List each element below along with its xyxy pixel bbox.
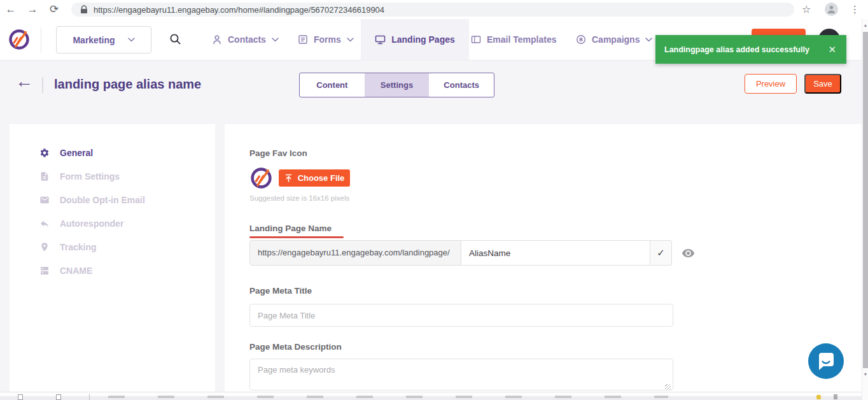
sidebar-item-double-opt-in-email[interactable]: Double Opt-in Email [39, 188, 215, 211]
clipped-yellow-icon [816, 395, 821, 399]
bookmark-star-icon[interactable]: ☆ [802, 3, 811, 15]
fav-icon-row: Choose File [249, 166, 350, 190]
clipped-checkbox [56, 394, 61, 400]
sidebar-item-label: Tracking [60, 242, 97, 252]
url-text: https://engagebayru11.engagebay.com/home… [94, 5, 384, 15]
sidebar-item-label: General [60, 148, 93, 158]
scroll-up-icon[interactable]: ▲ [862, 22, 868, 29]
screen: ← → ⟳ https://engagebayru11.engagebay.co… [0, 0, 868, 400]
clipped-dark-icon [834, 394, 837, 399]
sidebar-item-tracking[interactable]: Tracking [39, 235, 215, 259]
chevron-down-icon [347, 38, 354, 42]
settings-main-panel: Page Fav Icon Choose File Suggested size… [225, 124, 862, 392]
nav-item-label: Email Templates [487, 34, 556, 45]
location-pin-icon [39, 242, 50, 252]
landing-page-name-row: https://engagebayru11.engagebay.com/land… [249, 240, 695, 266]
sidebar-item-label: Double Opt-in Email [60, 195, 145, 205]
page-scrollbar[interactable]: ▲ ▼ [862, 19, 868, 400]
address-bar[interactable]: https://engagebayru11.engagebay.com/home… [71, 3, 794, 17]
page-title: landing page alias name [54, 77, 201, 92]
browser-reload-icon[interactable]: ⟳ [43, 0, 65, 19]
sidebar-item-general[interactable]: General [39, 141, 215, 164]
success-toast: Landingpage alias added successfully ✕ [655, 35, 846, 64]
browser-forward-icon[interactable]: → [22, 0, 43, 19]
settings-sidebar-list: General Form Settings Double Opt-in Emai… [10, 124, 215, 282]
clipped-checkbox [18, 394, 23, 400]
envelope-icon [39, 195, 50, 205]
meta-description-label: Page Meta Description [249, 342, 342, 352]
preview-button[interactable]: Preview [745, 74, 797, 94]
email-templates-icon [471, 34, 481, 45]
url-prefix: https://engagebayru11.engagebay.com/land… [249, 240, 461, 266]
browser-profile-avatar[interactable] [825, 3, 838, 16]
meta-title-label: Page Meta Title [249, 286, 312, 296]
editor-tabs: Content Settings Contacts [299, 73, 494, 97]
clipped-text-marks [108, 396, 668, 398]
contacts-person-icon [212, 34, 222, 45]
landing-page-name-label: Landing Page Name [249, 224, 344, 238]
lock-icon [80, 5, 88, 14]
nav-item-contacts[interactable]: Contacts [212, 19, 279, 60]
confirm-alias-button[interactable]: ✓ [650, 240, 672, 266]
server-icon [39, 266, 50, 276]
choose-file-button[interactable]: Choose File [279, 169, 350, 187]
sidebar-item-label: Autoresponder [60, 218, 123, 229]
toast-close-icon[interactable]: ✕ [828, 44, 836, 55]
sidebar-item-form-settings[interactable]: Form Settings [39, 164, 215, 188]
settings-sidebar: General Form Settings Double Opt-in Emai… [10, 124, 215, 392]
nav-item-email-templates[interactable]: Email Templates [471, 19, 556, 60]
document-icon [39, 171, 50, 182]
meta-description-textarea[interactable] [249, 359, 673, 390]
alias-name-input[interactable] [461, 240, 650, 266]
scroll-down-icon[interactable]: ▼ [862, 371, 868, 378]
person-icon [827, 4, 836, 14]
sidebar-item-autoresponder[interactable]: Autoresponder [39, 211, 215, 235]
clipped-background-row [0, 392, 862, 400]
tab-content[interactable]: Content [300, 73, 365, 97]
sidebar-item-cname[interactable]: CNAME [39, 259, 215, 282]
browser-toolbar: ← → ⟳ https://engagebayru11.engagebay.co… [0, 0, 868, 19]
engagebay-logo-icon[interactable] [8, 28, 31, 51]
tab-settings[interactable]: Settings [365, 73, 430, 97]
preview-eye-icon[interactable] [682, 246, 695, 260]
toast-message: Landingpage alias added successfully [664, 45, 828, 54]
nav-item-landing-pages[interactable]: Landing Pages [361, 19, 469, 60]
landing-pages-monitor-icon [375, 34, 386, 45]
choose-file-label: Choose File [298, 173, 345, 183]
upload-icon [284, 174, 293, 182]
scrollbar-thumb[interactable] [863, 32, 868, 368]
nav-item-label: Forms [314, 34, 341, 45]
meta-title-input[interactable] [249, 304, 673, 327]
chat-widget-button[interactable] [808, 343, 844, 379]
nav-item-label: Campaigns [592, 34, 640, 45]
forms-icon [298, 34, 308, 45]
reply-arrow-icon [39, 218, 50, 229]
search-icon[interactable] [169, 33, 181, 45]
fav-icon-hint: Suggested size is 16x16 pixels [249, 194, 349, 202]
sidebar-item-label: CNAME [60, 266, 92, 276]
browser-back-icon[interactable]: ← [0, 0, 22, 19]
workspace-label: Marketing [73, 35, 115, 45]
check-icon: ✓ [657, 247, 665, 259]
chevron-down-icon [272, 38, 279, 42]
tab-contacts[interactable]: Contacts [429, 73, 494, 97]
chat-bubble-icon [808, 343, 844, 379]
nav-item-label: Contacts [228, 34, 266, 45]
chevron-down-icon [645, 38, 652, 42]
nav-item-label: Landing Pages [391, 34, 455, 45]
nav-item-campaigns[interactable]: Campaigns [576, 19, 652, 60]
save-button[interactable]: Save [804, 74, 841, 94]
fav-icon-preview [249, 166, 273, 190]
fav-icon-label: Page Fav Icon [249, 148, 307, 158]
nav-item-forms[interactable]: Forms [298, 19, 354, 60]
title-divider [42, 77, 43, 93]
back-arrow-icon[interactable]: ← [15, 71, 33, 92]
sidebar-item-label: Form Settings [60, 171, 120, 182]
gear-icon [39, 148, 50, 158]
nav-divider [41, 27, 41, 53]
chevron-down-icon [128, 38, 135, 42]
workspace-dropdown[interactable]: Marketing [56, 26, 151, 54]
browser-menu-icon[interactable]: ⋮ [850, 0, 860, 19]
clipped-divider [89, 394, 90, 400]
campaigns-icon [576, 34, 586, 45]
